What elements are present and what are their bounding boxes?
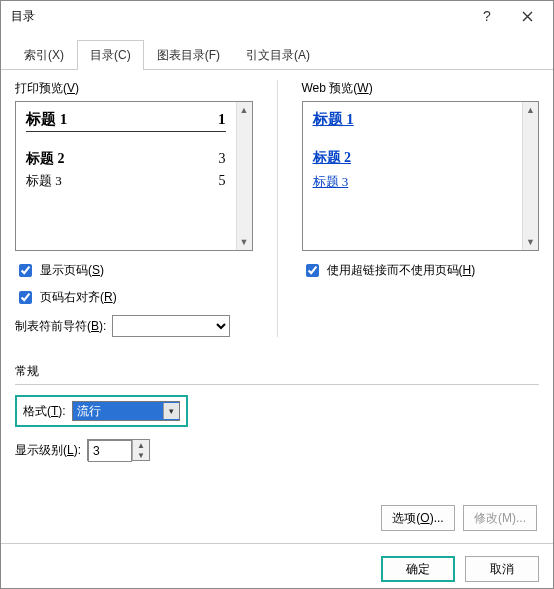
web-link-3[interactable]: 标题 3 [313, 173, 349, 191]
print-preview-scrollbar[interactable]: ▲ ▼ [236, 102, 252, 250]
print-preview-box: 标题 1 1 标题 2 3 标题 3 5 ▲ ▼ [15, 101, 253, 251]
chevron-down-icon: ▾ [163, 403, 179, 419]
titlebar: 目录 ? [1, 1, 553, 31]
levels-row: 显示级别(L): ▲ ▼ [15, 439, 539, 461]
spinner-down-icon[interactable]: ▼ [133, 450, 149, 460]
scroll-up-icon[interactable]: ▲ [237, 102, 252, 118]
dialog-title: 目录 [11, 8, 467, 25]
tab-toc[interactable]: 目录(C) [77, 40, 144, 70]
toc-line-3: 标题 3 5 [26, 172, 226, 190]
general-heading: 常规 [15, 363, 539, 380]
cancel-button[interactable]: 取消 [465, 556, 539, 582]
scroll-down-icon[interactable]: ▼ [523, 234, 538, 250]
general-divider [15, 384, 539, 385]
tab-index[interactable]: 索引(X) [11, 40, 77, 70]
options-button[interactable]: 选项(O)... [381, 505, 455, 531]
format-select[interactable]: 流行 ▾ [72, 401, 180, 421]
modify-button: 修改(M)... [463, 505, 537, 531]
tab-authorities[interactable]: 引文目录(A) [233, 40, 323, 70]
spinner-up-icon[interactable]: ▲ [133, 440, 149, 450]
close-button[interactable] [507, 2, 547, 30]
print-preview-section: 打印预览(V) 标题 1 1 标题 2 3 标题 3 5 [15, 80, 253, 337]
dialog-button-bar: 确定 取消 [1, 544, 553, 589]
close-icon [522, 11, 533, 22]
format-select-value: 流行 [77, 403, 101, 420]
vertical-divider [277, 80, 278, 337]
web-preview-label: Web 预览(W) [302, 80, 540, 97]
show-page-numbers-input[interactable] [19, 264, 32, 277]
format-label: 格式(T): [23, 403, 66, 420]
help-button[interactable]: ? [467, 2, 507, 30]
web-link-2[interactable]: 标题 2 [313, 149, 352, 167]
right-align-checkbox[interactable]: 页码右对齐(R) [15, 288, 253, 307]
web-preview-section: Web 预览(W) 标题 1 标题 2 标题 3 ▲ ▼ 使用超链接而不使用页码… [302, 80, 540, 337]
web-preview-scrollbar[interactable]: ▲ ▼ [522, 102, 538, 250]
print-preview-label: 打印预览(V) [15, 80, 253, 97]
tab-leader-row: 制表符前导符(B): [15, 315, 253, 337]
right-align-input[interactable] [19, 291, 32, 304]
scroll-down-icon[interactable]: ▼ [237, 234, 252, 250]
scroll-up-icon[interactable]: ▲ [523, 102, 538, 118]
levels-spinner[interactable]: ▲ ▼ [87, 439, 150, 461]
levels-label: 显示级别(L): [15, 442, 81, 459]
general-section: 常规 格式(T): 流行 ▾ 显示级别(L): ▲ ▼ [15, 363, 539, 531]
tab-figures[interactable]: 图表目录(F) [144, 40, 233, 70]
use-hyperlinks-input[interactable] [306, 264, 319, 277]
show-page-numbers-checkbox[interactable]: 显示页码(S) [15, 261, 253, 280]
levels-input[interactable] [88, 440, 132, 462]
tab-leader-select[interactable] [112, 315, 230, 337]
format-row-highlight: 格式(T): 流行 ▾ [15, 395, 188, 427]
toc-line-1: 标题 1 1 [26, 110, 226, 132]
ok-button[interactable]: 确定 [381, 556, 455, 582]
web-preview-box: 标题 1 标题 2 标题 3 ▲ ▼ [302, 101, 540, 251]
dialog-content: 打印预览(V) 标题 1 1 标题 2 3 标题 3 5 [1, 70, 553, 544]
toc-line-2: 标题 2 3 [26, 150, 226, 168]
use-hyperlinks-checkbox[interactable]: 使用超链接而不使用页码(H) [302, 261, 540, 280]
web-link-1[interactable]: 标题 1 [313, 110, 354, 129]
tab-bar: 索引(X) 目录(C) 图表目录(F) 引文目录(A) [1, 31, 553, 70]
